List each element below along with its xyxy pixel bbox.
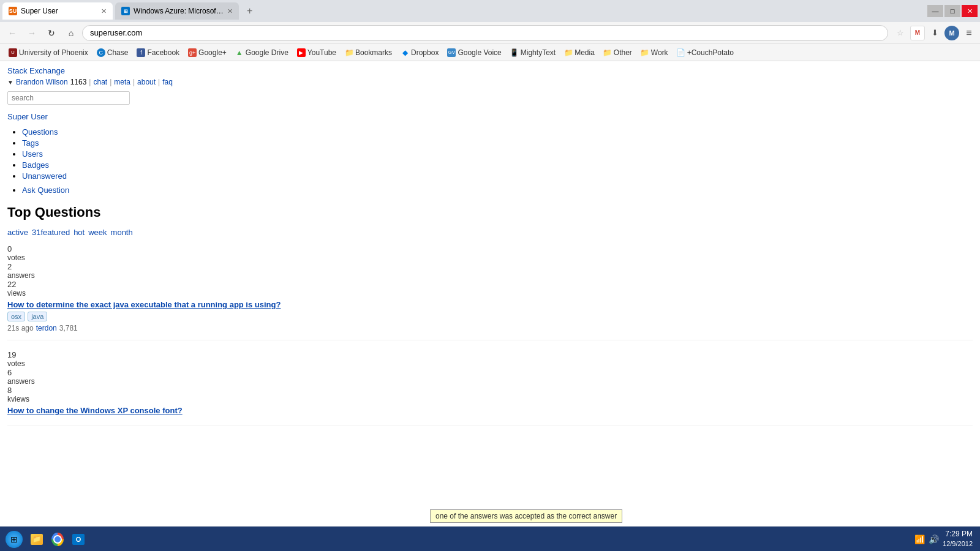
page-title: Top Questions (7, 204, 973, 220)
q2-votes-num: 19 (7, 350, 16, 359)
start-icon: ⊞ (6, 531, 23, 548)
bookmark-work[interactable]: 📁 Work (637, 47, 672, 58)
bookmark-dropbox[interactable]: ◆ Dropbox (397, 47, 442, 58)
bookmark-gdrive-label: Google Drive (246, 48, 288, 57)
bookmark-mightytext[interactable]: 📱 MightyText (507, 47, 559, 58)
tab-title-azure: Windows Azure: Microsof… (134, 7, 224, 15)
bookmark-gdrive[interactable]: ▲ Google Drive (232, 47, 292, 58)
about-link[interactable]: about (137, 78, 156, 86)
user-nav: ▼ Brandon Wilson 1163 | chat | meta | ab… (7, 78, 973, 86)
taskbar-chrome[interactable] (48, 529, 67, 550)
mightytext-icon: 📱 (510, 48, 519, 57)
bookmark-bookmarks[interactable]: 📁 Bookmarks (341, 47, 396, 58)
question-1-link[interactable]: How to determine the exact java executab… (7, 300, 281, 309)
chase-icon: C (97, 48, 105, 57)
back-button[interactable]: ← (4, 24, 21, 42)
minimize-button[interactable]: — (927, 5, 943, 17)
q2-views-label: kviews (7, 395, 29, 403)
tab-close-superuser[interactable]: ✕ (101, 7, 107, 15)
q2-votes-label: votes (7, 359, 25, 368)
username-link[interactable]: Brandon Wilson (16, 78, 68, 86)
reload-button[interactable]: ↻ (43, 24, 60, 42)
search-input[interactable] (7, 91, 130, 105)
tray-volume-icon: 🔊 (929, 534, 939, 544)
filter-hot[interactable]: hot (74, 228, 85, 237)
azure-favicon: ⊞ (121, 7, 130, 15)
q1-views-num: 22 (7, 280, 16, 289)
page-content: Stack Exchange ▼ Brandon Wilson 1163 | c… (0, 61, 980, 527)
ask-question-link[interactable]: Ask Question (22, 186, 69, 195)
filter-month[interactable]: month (111, 228, 133, 237)
bookmarks-bar: U University of Phoenix C Chase f Facebo… (0, 44, 980, 61)
bookmark-facebook[interactable]: f Facebook (133, 47, 183, 58)
bookmark-youtube[interactable]: ▶ YouTube (293, 47, 340, 58)
bookmark-mightytext-label: MightyText (521, 48, 556, 57)
question-1-meta: 21s ago terdon 3,781 (7, 324, 973, 332)
nav-unanswered[interactable]: Unanswered (22, 171, 67, 181)
bookmark-youtube-label: YouTube (307, 48, 336, 57)
filter-bar: active 31featured hot week month (7, 228, 973, 237)
tag-osx[interactable]: osx (7, 312, 25, 321)
gmail-icon[interactable]: M (910, 26, 925, 40)
bookmark-chase[interactable]: C Chase (93, 47, 132, 58)
q1-author[interactable]: terdon (36, 324, 57, 332)
bookmark-other-label: Other (614, 48, 632, 57)
close-button[interactable]: ✕ (962, 5, 978, 17)
home-button[interactable]: ⌂ (62, 24, 80, 42)
chat-link[interactable]: chat (93, 78, 107, 86)
ask-list: Ask Question (22, 186, 973, 195)
nav-questions[interactable]: Questions (22, 127, 58, 137)
tab-superuser[interactable]: SU Super User ✕ (2, 2, 113, 20)
bookmark-facebook-label: Facebook (147, 48, 179, 57)
profile-icon[interactable]: M (944, 26, 959, 40)
stack-exchange-link[interactable]: Stack Exchange (7, 66, 65, 75)
user-dropdown-icon[interactable]: ▼ (7, 79, 13, 86)
clock-date: 12/9/2012 (943, 539, 973, 549)
phoenix-icon: U (9, 48, 17, 57)
tab-close-azure[interactable]: ✕ (227, 7, 233, 15)
address-bar[interactable] (82, 25, 888, 41)
bookmark-phoenix[interactable]: U University of Phoenix (5, 47, 92, 58)
filter-featured[interactable]: 31featured (32, 228, 70, 237)
bookmark-gvoice[interactable]: GV Google Voice (443, 47, 505, 58)
bookmark-gvoice-label: Google Voice (458, 48, 501, 57)
q2-views-num: 8 (7, 386, 12, 395)
bookmark-work-label: Work (651, 48, 668, 57)
filter-active[interactable]: active (7, 228, 28, 237)
question-1-stats: 0 votes 2 answers 22 views (7, 244, 973, 298)
question-2-link[interactable]: How to change the Windows XP console fon… (7, 406, 183, 415)
meta-link[interactable]: meta (114, 78, 130, 86)
bookmark-media[interactable]: 📁 Media (560, 47, 598, 58)
nav-tags[interactable]: Tags (22, 138, 39, 148)
tag-java[interactable]: java (28, 312, 47, 321)
bookmark-other[interactable]: 📁 Other (600, 47, 636, 58)
taskbar-explorer[interactable]: 📁 (27, 529, 47, 550)
new-tab-button[interactable]: + (241, 2, 258, 20)
work-folder-icon: 📁 (641, 48, 649, 57)
bookmark-star-icon[interactable]: ☆ (893, 26, 908, 40)
q1-time: 21s ago (7, 324, 34, 332)
nav-users[interactable]: Users (22, 149, 43, 159)
super-user-link[interactable]: Super User (7, 112, 973, 121)
other-folder-icon: 📁 (603, 48, 612, 57)
start-button[interactable]: ⊞ (2, 529, 26, 550)
facebook-icon: f (137, 48, 145, 57)
tab-title: Super User (21, 7, 58, 15)
bookmark-gplus[interactable]: g+ Google+ (184, 47, 230, 58)
settings-icon[interactable]: ≡ (962, 26, 976, 40)
bookmark-couchpotato[interactable]: 📄 +CouchPotato (673, 47, 737, 58)
question-2-stats: 19 votes 6 answers 8 kviews (7, 350, 973, 403)
outlook-icon: O (72, 533, 85, 545)
q1-votes-label: votes (7, 253, 25, 262)
filter-week[interactable]: week (88, 228, 107, 237)
nav-badges[interactable]: Badges (22, 160, 49, 170)
download-icon[interactable]: ⬇ (927, 26, 942, 40)
taskbar-outlook[interactable]: O (69, 529, 88, 550)
faq-link[interactable]: faq (162, 78, 173, 86)
forward-button[interactable]: → (23, 24, 40, 42)
q1-answers-num: 2 (7, 262, 12, 271)
tab-azure[interactable]: ⊞ Windows Azure: Microsof… ✕ (115, 2, 239, 20)
question-2-title: How to change the Windows XP console fon… (7, 406, 973, 415)
nav-icons: ☆ M ⬇ M ≡ (893, 26, 976, 40)
maximize-button[interactable]: □ (944, 5, 960, 17)
